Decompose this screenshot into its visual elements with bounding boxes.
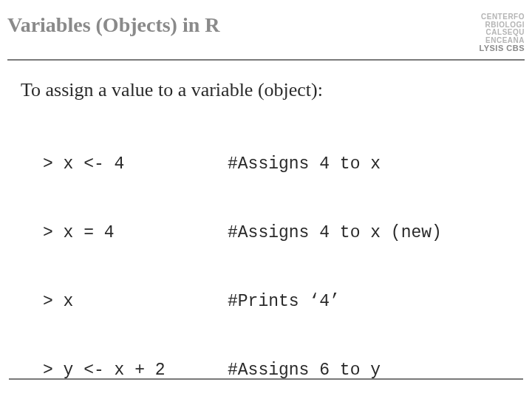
code-line: > x = 4#Assigns 4 to x (new): [43, 222, 511, 245]
footer-divider: [9, 378, 523, 380]
logo-text-cbs: LYSIS CBS: [479, 44, 525, 52]
code-comment: #Assigns 4 to x: [228, 153, 381, 176]
logo-text: CENTERFO RBIOLOGI CALSEQU ENCEANA: [481, 13, 525, 44]
code-line: > x#Prints ‘4’: [43, 290, 511, 313]
code-cmd: > x <- 4: [43, 153, 228, 176]
intro-text: To assign a value to a variable (object)…: [21, 77, 511, 103]
slide: Variables (Objects) in R CENTERFO RBIOLO…: [0, 0, 532, 399]
code-comment: #Prints ‘4’: [228, 290, 340, 313]
body: To assign a value to a variable (object)…: [7, 77, 525, 399]
header: Variables (Objects) in R CENTERFO RBIOLO…: [7, 13, 525, 61]
code-comment: #Assigns 4 to x (new): [228, 222, 442, 245]
code-cmd: > x = 4: [43, 222, 228, 245]
code-block: > x <- 4#Assigns 4 to x > x = 4#Assigns …: [21, 107, 511, 399]
org-logo: CENTERFO RBIOLOGI CALSEQU ENCEANA LYSIS …: [479, 13, 525, 53]
page-title: Variables (Objects) in R: [7, 13, 220, 37]
code-line: > x <- 4#Assigns 4 to x: [43, 153, 511, 176]
code-cmd: > x: [43, 290, 228, 313]
